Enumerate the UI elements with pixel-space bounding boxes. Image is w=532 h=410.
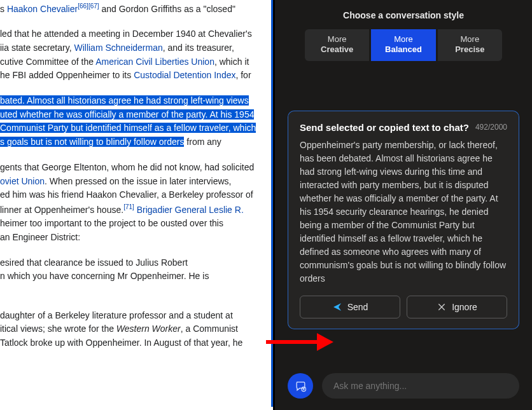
link-aclu[interactable]: American Civil Liberties Union bbox=[95, 57, 214, 67]
close-icon bbox=[437, 302, 447, 312]
link-schneiderman[interactable]: William Schneiderman bbox=[74, 43, 162, 53]
conversation-style-group: More Creative More Balanced More Precise bbox=[305, 29, 502, 61]
paragraph: esired that clearance be issued to Juliu… bbox=[0, 256, 267, 284]
new-topic-button[interactable] bbox=[288, 373, 313, 399]
card-body-text: Oppenheimer's party membership, or lack … bbox=[300, 139, 507, 285]
paragraph: gents that George Eltenton, whom he did … bbox=[0, 161, 267, 245]
send-icon bbox=[332, 302, 342, 312]
link-haakon-chevalier[interactable]: Haakon Chevalier bbox=[7, 4, 78, 14]
reference-71[interactable]: [71] bbox=[123, 203, 134, 210]
conversation-style-header: Choose a conversation style bbox=[280, 10, 527, 20]
style-precise-button[interactable]: More Precise bbox=[438, 29, 502, 61]
paragraph: daughter of a Berkeley literature profes… bbox=[0, 309, 267, 350]
ignore-button[interactable]: Ignore bbox=[407, 296, 507, 318]
paragraph: s Haakon Chevalier[66][67] and Gordon Gr… bbox=[0, 1, 267, 16]
style-creative-button[interactable]: More Creative bbox=[305, 29, 369, 61]
scrollbar-thumb[interactable] bbox=[271, 0, 273, 407]
chat-sidebar: Choose a conversation style More Creativ… bbox=[275, 0, 532, 410]
char-count: 492/2000 bbox=[475, 123, 507, 132]
link-soviet-union[interactable]: oviet Union bbox=[0, 176, 45, 186]
link-leslie-groves[interactable]: Brigadier General Leslie R. bbox=[134, 205, 244, 215]
paragraph-highlighted: bated. Almost all historians agree he ha… bbox=[0, 94, 267, 149]
card-title: Send selected or copied text to chat? bbox=[300, 121, 469, 134]
reference-66[interactable]: [66] bbox=[78, 3, 88, 10]
reference-67[interactable]: [67] bbox=[88, 3, 99, 10]
style-balanced-button[interactable]: More Balanced bbox=[371, 29, 435, 61]
send-button[interactable]: Send bbox=[300, 296, 400, 318]
paragraph: led that he attended a meeting in Decemb… bbox=[0, 27, 267, 83]
send-selection-card: Send selected or copied text to chat? 49… bbox=[288, 111, 519, 330]
chat-input[interactable] bbox=[322, 373, 519, 399]
article-pane: s Haakon Chevalier[66][67] and Gordon Gr… bbox=[0, 0, 275, 410]
link-custodial-detention[interactable]: Custodial Detention Index bbox=[134, 70, 235, 80]
chat-plus-icon bbox=[295, 380, 307, 392]
